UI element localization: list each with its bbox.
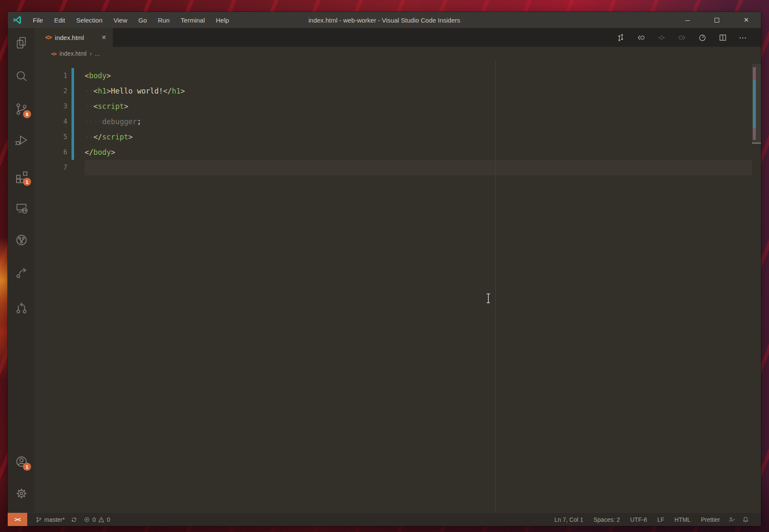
breadcrumb-symbol[interactable]: ... — [95, 50, 100, 57]
scrollbar-slider-edge — [752, 142, 761, 144]
tab-bar: <> index.html ✕ — [35, 28, 761, 47]
code-text: <body> — [85, 68, 111, 83]
status-bar: >< master* — [8, 512, 761, 526]
line-number[interactable]: 1 — [35, 68, 67, 83]
line-number[interactable]: 3 — [35, 99, 67, 114]
tab-close-icon[interactable]: ✕ — [99, 33, 109, 42]
search-icon — [14, 70, 29, 84]
window-title: index.html - web-worker - Visual Studio … — [309, 12, 460, 28]
sidebar-item-explorer[interactable] — [8, 34, 35, 51]
remote-indicator-icon: >< — [14, 516, 20, 523]
timeline-clock-icon — [698, 33, 707, 42]
line-number[interactable]: 2 — [35, 83, 67, 99]
split-editor-icon — [718, 33, 727, 42]
errors-count: 0 — [92, 516, 96, 523]
line-number[interactable]: 7 — [35, 160, 67, 175]
sidebar-item-live-share[interactable] — [8, 264, 35, 281]
accounts-badge: 1 — [23, 463, 31, 471]
accounts-button[interactable]: 1 — [8, 453, 35, 470]
problems-item[interactable]: 0 0 — [80, 513, 113, 526]
breadcrumb-file[interactable]: index.html — [60, 50, 87, 57]
current-change-button[interactable] — [651, 28, 672, 47]
minimize-button[interactable]: ─ — [673, 12, 702, 28]
window-controls: ─ ✕ — [673, 12, 761, 28]
line-number[interactable]: 5 — [35, 129, 67, 145]
sidebar-item-source-control[interactable]: 8 — [8, 100, 35, 117]
menu-bar: File Edit Selection View Go Run Terminal… — [27, 12, 234, 28]
line-number[interactable]: 6 — [35, 145, 67, 160]
vscode-insiders-logo-icon — [13, 15, 22, 25]
errors-icon — [83, 516, 90, 523]
sidebar-item-extensions[interactable]: 1 — [8, 168, 35, 185]
sidebar-item-github-pull-requests[interactable] — [8, 299, 35, 316]
timeline-button[interactable] — [692, 28, 712, 47]
next-change-button[interactable] — [672, 28, 692, 47]
breadcrumb-file-icon: <> — [51, 51, 56, 57]
menu-selection[interactable]: Selection — [71, 12, 108, 28]
more-actions-button[interactable]: ⋯ — [733, 28, 753, 47]
menu-run[interactable]: Run — [152, 12, 175, 28]
code-line[interactable]: 3··<script> — [35, 99, 761, 114]
next-change-icon — [678, 33, 686, 42]
code-line[interactable]: 7 — [35, 160, 761, 175]
menu-go[interactable]: Go — [133, 12, 152, 28]
sidebar-item-search[interactable] — [8, 68, 35, 85]
more-actions-icon: ⋯ — [739, 33, 747, 43]
open-changes-button[interactable] — [610, 28, 631, 47]
sidebar-item-run-debug[interactable] — [8, 131, 35, 148]
sidebar-item-remote-explorer[interactable] — [8, 199, 35, 216]
close-button[interactable]: ✕ — [732, 12, 761, 28]
notifications-button[interactable] — [739, 513, 752, 526]
indentation-item[interactable]: Spaces: 2 — [588, 513, 625, 526]
code-text: </body> — [85, 145, 115, 160]
line-number[interactable]: 4 — [35, 114, 67, 129]
menu-help[interactable]: Help — [210, 12, 234, 28]
editor-actions: ⋯ — [610, 28, 761, 47]
chevron-right-icon: › — [89, 50, 91, 57]
previous-change-icon — [637, 33, 646, 42]
mouse-cursor-ibeam — [485, 293, 492, 304]
menu-edit[interactable]: Edit — [49, 12, 71, 28]
tab-index-html[interactable]: <> index.html ✕ — [35, 28, 113, 47]
menu-file[interactable]: File — [27, 12, 49, 28]
status-bar-right: Ln 7, Col 1 Spaces: 2 UTF-8 LF HTML Pret… — [549, 513, 761, 526]
code-line[interactable]: 4····debugger; — [35, 114, 761, 129]
live-share-icon — [14, 266, 29, 280]
code-lines: 1<body>2··<h1>Hello·world!</h1>3··<scrip… — [35, 68, 761, 175]
maximize-button[interactable] — [702, 12, 732, 28]
encoding-item[interactable]: UTF-8 — [625, 513, 652, 526]
menu-view[interactable]: View — [108, 12, 133, 28]
eol-item[interactable]: LF — [652, 513, 669, 526]
formatter-item[interactable]: Prettier — [696, 513, 725, 526]
remote-explorer-icon — [14, 201, 29, 215]
branch-item[interactable]: master* — [32, 513, 68, 526]
warnings-count: 0 — [107, 516, 110, 523]
overview-ruler-mark — [753, 67, 756, 80]
split-editor-button[interactable] — [712, 28, 733, 47]
source-control-badge: 8 — [23, 110, 31, 118]
cursor-position-item[interactable]: Ln 7, Col 1 — [549, 513, 589, 526]
sidebar-item-gitlens[interactable] — [8, 231, 35, 248]
code-line[interactable]: 5··</script> — [35, 129, 761, 145]
minimize-icon: ─ — [685, 17, 690, 24]
current-change-icon — [657, 33, 666, 42]
gear-icon — [14, 486, 29, 501]
tab-label: index.html — [55, 34, 84, 41]
code-line[interactable]: 2··<h1>Hello·world!</h1> — [35, 83, 761, 99]
code-editor[interactable]: 1<body>2··<h1>Hello·world!</h1>3··<scrip… — [35, 60, 761, 512]
remote-indicator-button[interactable]: >< — [8, 513, 27, 526]
maximize-icon — [715, 18, 719, 23]
feedback-button[interactable] — [725, 513, 739, 526]
sync-button[interactable] — [68, 513, 80, 526]
title-bar: File Edit Selection View Go Run Terminal… — [8, 12, 761, 28]
sync-icon — [71, 516, 77, 523]
settings-button[interactable] — [8, 485, 35, 502]
branch-icon — [35, 516, 42, 523]
menu-terminal[interactable]: Terminal — [175, 12, 211, 28]
code-line[interactable]: 6</body> — [35, 145, 761, 160]
language-mode-item[interactable]: HTML — [669, 513, 696, 526]
status-bar-left: >< master* — [8, 513, 113, 526]
previous-change-button[interactable] — [631, 28, 651, 47]
explorer-files-icon — [14, 36, 29, 50]
code-line[interactable]: 1<body> — [35, 68, 761, 83]
